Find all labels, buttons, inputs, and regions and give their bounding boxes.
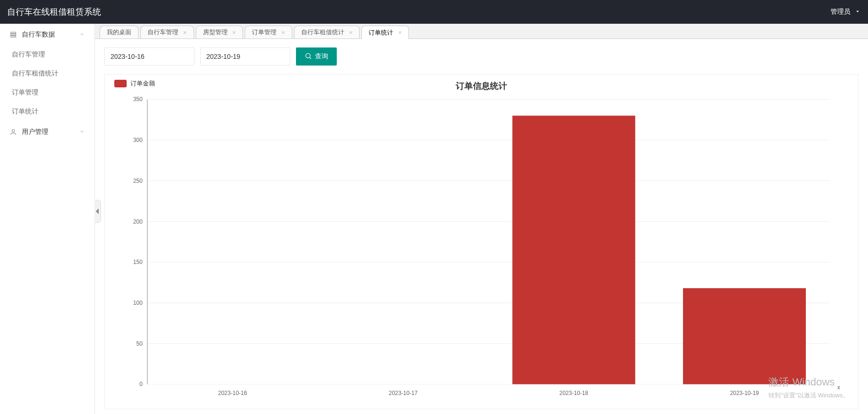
close-icon[interactable]: × xyxy=(183,29,187,36)
x-tick-label: 2023-10-19 xyxy=(730,390,759,396)
filter-row: 查询 xyxy=(104,47,859,66)
sidebar-group-label: 自行车数据 xyxy=(22,30,55,39)
tab-label: 自行车管理 xyxy=(148,28,178,37)
chart-title: 订单信息统计 xyxy=(114,80,849,92)
x-axis-label: x xyxy=(837,384,840,390)
tab-label: 自行车租借统计 xyxy=(301,28,344,37)
sidebar-item-0-1[interactable]: 自行车租借统计 xyxy=(0,64,94,83)
y-tick-label: 200 xyxy=(133,218,143,225)
bar[interactable] xyxy=(683,288,806,384)
search-icon xyxy=(305,52,315,61)
date-to-input[interactable] xyxy=(200,47,290,66)
tab-5[interactable]: 订单统计× xyxy=(361,26,409,39)
close-icon[interactable]: × xyxy=(232,29,236,36)
y-tick-label: 250 xyxy=(133,178,143,184)
sidebar: 自行车数据自行车管理自行车租借统计订单管理订单统计用户管理 xyxy=(0,24,95,414)
x-tick-label: 2023-10-16 xyxy=(218,390,247,396)
y-tick-label: 100 xyxy=(133,300,143,306)
svg-line-5 xyxy=(310,57,311,59)
chevron-down-icon xyxy=(79,128,85,136)
user-icon xyxy=(9,128,17,136)
tab-1[interactable]: 自行车管理× xyxy=(140,26,194,38)
tab-label: 房型管理 xyxy=(203,28,228,37)
layers-icon xyxy=(9,31,17,38)
chart-plot-area: 0501001502002503003502023-10-162023-10-1… xyxy=(114,94,849,409)
tab-4[interactable]: 自行车租借统计× xyxy=(294,26,360,38)
close-icon[interactable]: × xyxy=(398,29,402,36)
chevron-up-icon xyxy=(79,31,85,38)
content-area: 我的桌面自行车管理×房型管理×订单管理×自行车租借统计×订单统计× 查询 xyxy=(95,24,868,414)
y-tick-label: 0 xyxy=(139,381,143,387)
tab-label: 我的桌面 xyxy=(107,28,131,37)
header-bar: 自行车在线租借租赁系统 管理员 xyxy=(0,0,868,24)
close-icon[interactable]: × xyxy=(281,29,285,36)
tab-3[interactable]: 订单管理× xyxy=(245,26,292,38)
user-menu[interactable]: 管理员 xyxy=(831,8,861,16)
x-tick-label: 2023-10-18 xyxy=(559,390,588,396)
tab-panel-order-statistics: 查询 订单金额 订单信息统计 0501001502002503003502023… xyxy=(95,39,868,414)
tab-0[interactable]: 我的桌面 xyxy=(100,26,139,38)
search-button-label: 查询 xyxy=(315,52,328,61)
sidebar-item-0-0[interactable]: 自行车管理 xyxy=(0,45,94,64)
app-title: 自行车在线租借租赁系统 xyxy=(7,6,101,18)
sidebar-item-0-3[interactable]: 订单统计 xyxy=(0,102,94,121)
x-tick-label: 2023-10-17 xyxy=(389,390,418,396)
sidebar-group-0[interactable]: 自行车数据 xyxy=(0,24,94,45)
svg-point-3 xyxy=(12,129,14,132)
sidebar-collapse-handle[interactable] xyxy=(94,200,101,223)
y-tick-label: 150 xyxy=(133,259,143,265)
date-from-input[interactable] xyxy=(104,47,194,66)
tabs-bar: 我的桌面自行车管理×房型管理×订单管理×自行车租借统计×订单统计× xyxy=(95,24,868,39)
sidebar-group-1[interactable]: 用户管理 xyxy=(0,121,94,142)
tab-label: 订单管理 xyxy=(252,28,277,37)
close-icon[interactable]: × xyxy=(349,29,353,36)
tab-2[interactable]: 房型管理× xyxy=(196,26,243,38)
sidebar-item-0-2[interactable]: 订单管理 xyxy=(0,83,94,102)
svg-rect-0 xyxy=(11,32,16,33)
y-tick-label: 350 xyxy=(133,96,143,103)
svg-point-4 xyxy=(306,53,310,57)
sidebar-group-label: 用户管理 xyxy=(22,128,48,136)
bar[interactable] xyxy=(512,116,635,385)
chevron-down-icon xyxy=(854,8,861,16)
search-button[interactable]: 查询 xyxy=(296,47,337,66)
chart-card: 订单金额 订单信息统计 0501001502002503003502023-10… xyxy=(104,74,859,409)
y-tick-label: 50 xyxy=(136,340,142,347)
user-label: 管理员 xyxy=(831,8,850,16)
svg-rect-1 xyxy=(11,34,16,35)
svg-rect-2 xyxy=(11,36,16,37)
tab-label: 订单统计 xyxy=(369,28,393,37)
y-tick-label: 300 xyxy=(133,137,143,143)
